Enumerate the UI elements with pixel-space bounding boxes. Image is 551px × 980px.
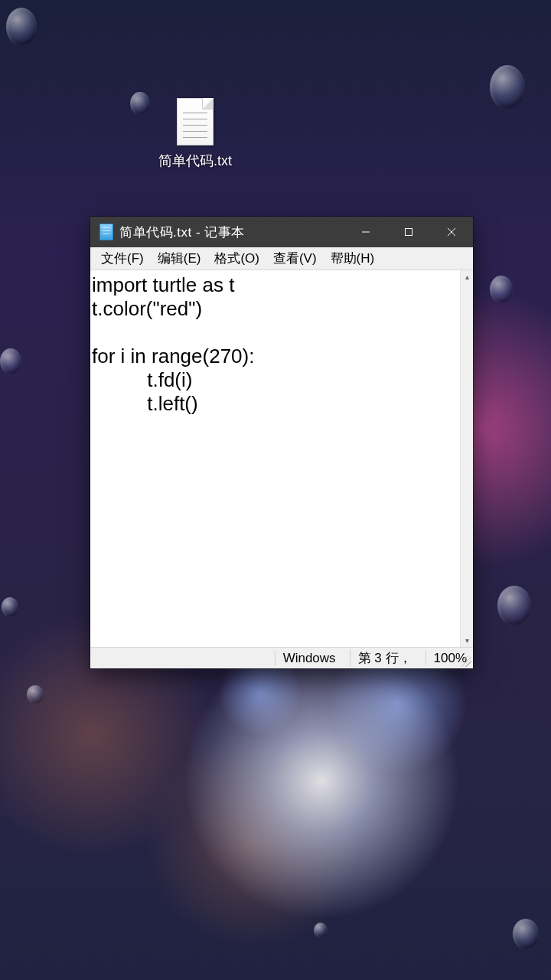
- water-drop: [513, 919, 539, 949]
- desktop-file-icon[interactable]: 简单代码.txt: [153, 98, 237, 170]
- svg-rect-1: [406, 229, 412, 236]
- water-drop: [314, 923, 328, 938]
- water-drop: [0, 348, 21, 374]
- water-drop: [6, 8, 37, 46]
- resize-grip[interactable]: [461, 656, 471, 667]
- menu-file[interactable]: 文件(F): [95, 248, 150, 269]
- close-icon: [447, 227, 456, 237]
- minimize-button[interactable]: [344, 217, 387, 247]
- desktop: 简单代码.txt 简单代码.txt - 记事本 文件(F) 编辑(E) 格式(O…: [0, 0, 551, 980]
- notepad-window: 简单代码.txt - 记事本 文件(F) 编辑(E) 格式(O) 查看(V) 帮…: [90, 217, 473, 668]
- menu-edit[interactable]: 编辑(E): [152, 248, 207, 269]
- water-drop: [27, 685, 44, 704]
- water-drop: [2, 597, 18, 617]
- water-drop: [490, 65, 525, 109]
- water-drop: [130, 92, 150, 115]
- menu-help[interactable]: 帮助(H): [324, 248, 381, 269]
- window-controls: [344, 217, 473, 247]
- status-caret: 第 3 行，: [350, 649, 412, 667]
- menu-format[interactable]: 格式(O): [208, 248, 266, 269]
- editor-textarea[interactable]: [90, 270, 460, 647]
- notepad-icon: [99, 224, 113, 240]
- status-platform: Windows: [275, 651, 336, 666]
- desktop-file-label: 简单代码.txt: [158, 152, 232, 170]
- menu-view[interactable]: 查看(V): [267, 248, 323, 269]
- text-file-icon: [177, 98, 214, 145]
- menubar: 文件(F) 编辑(E) 格式(O) 查看(V) 帮助(H): [90, 247, 473, 270]
- water-drop: [497, 586, 531, 626]
- maximize-button[interactable]: [387, 217, 430, 247]
- maximize-icon: [404, 227, 413, 237]
- minimize-icon: [361, 227, 370, 237]
- water-drop: [490, 276, 513, 303]
- vertical-scrollbar[interactable]: ▴ ▾: [460, 270, 473, 647]
- titlebar[interactable]: 简单代码.txt - 记事本: [90, 217, 473, 247]
- scroll-up-icon: ▴: [465, 270, 469, 283]
- editor-area: ▴ ▾: [90, 270, 473, 647]
- close-button[interactable]: [430, 217, 473, 247]
- statusbar: Windows 第 3 行， 100%: [90, 647, 473, 668]
- window-title: 简单代码.txt - 记事本: [119, 224, 245, 241]
- scroll-down-icon: ▾: [465, 634, 469, 647]
